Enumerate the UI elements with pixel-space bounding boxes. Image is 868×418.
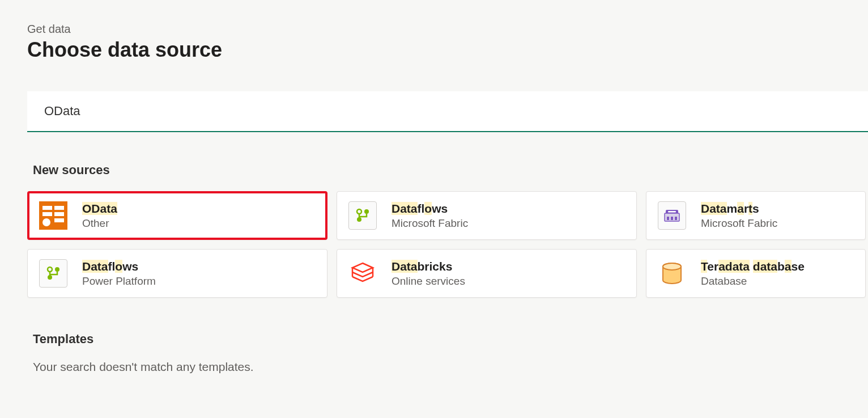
svg-point-16 xyxy=(55,267,59,272)
source-title: Dataflows xyxy=(392,201,468,216)
source-card-odata[interactable]: OData Other xyxy=(27,191,327,240)
dataflows-icon xyxy=(348,201,377,230)
svg-point-15 xyxy=(48,267,52,272)
source-subtitle: Database xyxy=(701,274,805,289)
svg-rect-6 xyxy=(54,218,64,222)
svg-rect-11 xyxy=(667,217,669,220)
source-subtitle: Other xyxy=(82,216,117,231)
teradata-icon xyxy=(658,259,686,288)
templates-no-results: Your search doesn't match any templates. xyxy=(33,360,868,374)
source-card-dataflows-powerplatform[interactable]: Dataflows Power Platform xyxy=(27,249,327,298)
templates-heading: Templates xyxy=(33,332,868,347)
datamart-icon xyxy=(658,201,686,230)
svg-rect-4 xyxy=(54,212,64,216)
source-card-teradata[interactable]: Teradata database Database xyxy=(646,249,866,298)
svg-rect-14 xyxy=(668,211,676,213)
source-subtitle: Online services xyxy=(392,274,465,289)
source-card-databricks[interactable]: Databricks Online services xyxy=(337,249,637,298)
breadcrumb: Get data xyxy=(27,23,868,36)
svg-point-19 xyxy=(663,263,681,270)
svg-rect-2 xyxy=(54,206,64,210)
svg-rect-1 xyxy=(42,206,52,210)
new-sources-heading: New sources xyxy=(33,163,868,178)
source-title: OData xyxy=(82,201,117,216)
svg-rect-3 xyxy=(42,212,52,216)
svg-rect-12 xyxy=(671,217,673,220)
source-subtitle: Power Platform xyxy=(82,274,156,289)
source-title: Dataflows xyxy=(82,259,156,274)
source-title: Databricks xyxy=(392,259,465,274)
svg-point-8 xyxy=(364,209,369,214)
source-subtitle: Microsoft Fabric xyxy=(392,216,468,231)
search-input[interactable] xyxy=(27,91,868,132)
source-title: Teradata database xyxy=(701,259,805,274)
source-subtitle: Microsoft Fabric xyxy=(701,216,777,231)
source-title: Datamarts xyxy=(701,201,777,216)
svg-point-5 xyxy=(42,218,50,226)
databricks-icon xyxy=(348,259,377,288)
source-card-datamarts[interactable]: Datamarts Microsoft Fabric xyxy=(646,191,866,240)
svg-rect-13 xyxy=(675,217,677,220)
svg-point-7 xyxy=(357,209,361,214)
source-card-dataflows-fabric[interactable]: Dataflows Microsoft Fabric xyxy=(337,191,637,240)
dataflows-icon xyxy=(39,259,67,288)
odata-icon xyxy=(39,201,67,230)
page-title: Choose data source xyxy=(27,38,868,62)
